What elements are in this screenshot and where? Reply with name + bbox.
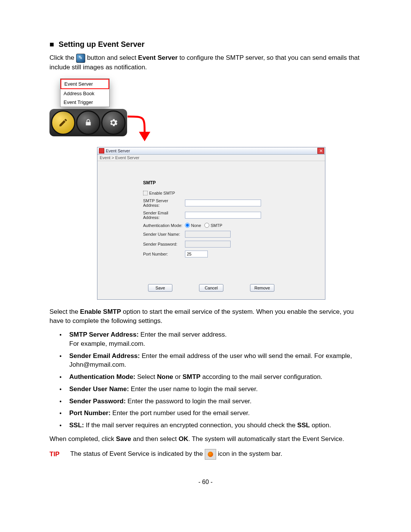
list-item: SMTP Server Address: Enter the mail serv… bbox=[69, 330, 362, 348]
page-number: - 60 - bbox=[49, 479, 362, 486]
save-button[interactable]: Save bbox=[148, 284, 172, 292]
dialog-breadcrumb: Event > Event Server bbox=[97, 155, 325, 161]
edit-orb-icon[interactable] bbox=[51, 110, 75, 135]
auth-smtp-radio[interactable] bbox=[204, 223, 209, 228]
enable-smtp-label: Enable SMTP bbox=[149, 191, 175, 195]
list-item: Sender User Name: Enter the user name to… bbox=[69, 385, 362, 394]
port-label: Port Number: bbox=[143, 252, 185, 256]
auth-none-radio[interactable] bbox=[185, 223, 190, 228]
section-heading: Setting up Event Server bbox=[49, 40, 362, 49]
settings-list: SMTP Server Address: Enter the mail serv… bbox=[49, 330, 362, 430]
toolbar-orbs bbox=[49, 109, 127, 136]
event-server-dialog: Event Server ✕ Event > Event Server SMTP… bbox=[97, 147, 325, 300]
sender-pass-label: Sender Password: bbox=[143, 242, 185, 246]
auth-mode-label: Authentication Mode: bbox=[143, 223, 185, 228]
arrow-icon bbox=[124, 113, 150, 147]
dialog-titlebar: Event Server ✕ bbox=[97, 147, 325, 155]
list-item: Sender Password: Enter the password to l… bbox=[69, 397, 362, 406]
list-item: Authentication Mode: Select None or SMTP… bbox=[69, 372, 362, 382]
port-input[interactable] bbox=[185, 251, 208, 257]
smtp-section-header: SMTP bbox=[143, 180, 314, 185]
intro-paragraph: Click the ✎ button and select Event Serv… bbox=[49, 53, 362, 72]
enable-smtp-checkbox[interactable] bbox=[143, 191, 148, 195]
gear-orb-icon[interactable] bbox=[101, 110, 126, 135]
auth-smtp-label: SMTP bbox=[210, 223, 222, 228]
list-item: Port Number: Enter the port number used … bbox=[69, 409, 362, 418]
cancel-button[interactable]: Cancel bbox=[199, 284, 223, 292]
context-menu-figure: Event Server Address Book Event Trigger bbox=[49, 78, 148, 143]
menu-item-event-trigger[interactable]: Event Trigger bbox=[61, 98, 109, 107]
dialog-title: Event Server bbox=[106, 149, 130, 153]
enable-smtp-row: Enable SMTP bbox=[143, 191, 314, 195]
sender-email-label: Sender Email Address: bbox=[143, 211, 185, 220]
list-item: Sender Email Address: Enter the email ad… bbox=[69, 351, 362, 370]
completed-paragraph: When completed, click Save and then sele… bbox=[49, 435, 362, 444]
auth-none-label: None bbox=[191, 223, 201, 228]
sender-user-label: Sender User Name: bbox=[143, 232, 185, 236]
close-icon[interactable]: ✕ bbox=[317, 148, 324, 154]
remove-button[interactable]: Remove bbox=[250, 284, 274, 292]
sender-pass-input[interactable] bbox=[185, 241, 231, 248]
sender-user-input[interactable] bbox=[185, 231, 231, 238]
list-item: SSL: If the mail server requires an encr… bbox=[69, 421, 362, 430]
dialog-titlebar-icon bbox=[99, 148, 104, 153]
context-menu: Event Server Address Book Event Trigger bbox=[60, 78, 110, 107]
menu-item-event-server[interactable]: Event Server bbox=[61, 79, 109, 89]
sender-email-input[interactable] bbox=[185, 212, 261, 219]
server-address-input[interactable] bbox=[185, 200, 261, 206]
tip-row: TIP The status of Event Service is indic… bbox=[49, 449, 362, 460]
tip-label: TIP bbox=[49, 451, 59, 458]
event-service-status-icon bbox=[205, 449, 216, 460]
menu-item-address-book[interactable]: Address Book bbox=[61, 89, 109, 98]
config-button-icon: ✎ bbox=[76, 54, 85, 63]
camera-orb-icon[interactable] bbox=[76, 110, 100, 135]
enable-smtp-paragraph: Select the Enable SMTP option to start t… bbox=[49, 307, 362, 326]
server-address-label: SMTP Server Address: bbox=[143, 198, 185, 208]
